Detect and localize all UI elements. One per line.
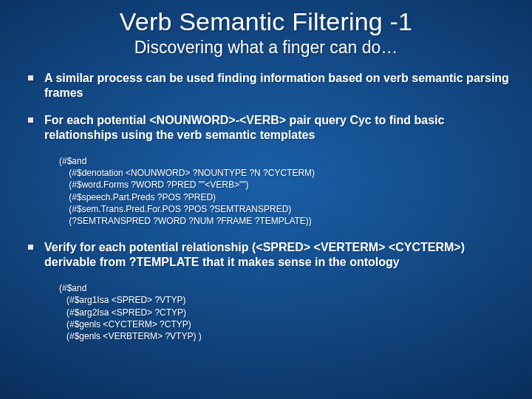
bullet-item: Verify for each potential relationship (… [22,240,510,269]
bullet-list: A similar process can be used finding in… [22,71,510,142]
bullet-item: For each potential <NOUNWORD>-<VERB> pai… [22,113,510,142]
slide-subtitle: Discovering what a finger can do… [15,38,517,58]
slide-title: Verb Semantic Filtering -1 [15,7,517,36]
bullet-item: A similar process can be used finding in… [22,71,510,100]
code-block: (#$and (#$arg1Isa <SPRED> ?VTYP) (#$arg2… [22,282,510,342]
code-block: (#$and (#$denotation <NOUNWORD> ?NOUNTYP… [22,155,510,227]
bullet-list: Verify for each potential relationship (… [22,240,510,269]
slide-body: A similar process can be used finding in… [15,71,517,342]
slide: Verb Semantic Filtering -1 Discovering w… [0,0,532,399]
